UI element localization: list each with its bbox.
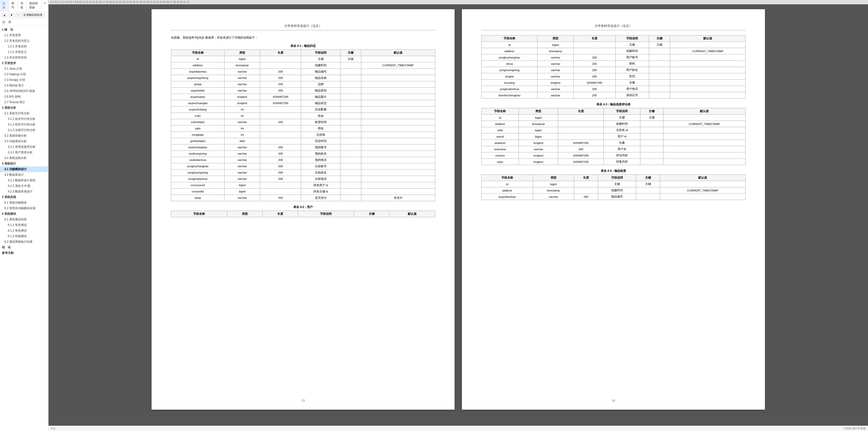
toc-item[interactable]: 1.2 开发目的与意义 [0, 38, 48, 44]
smart-toc-button[interactable]: ⊟ 智能识别目录 [21, 12, 44, 18]
toc-item[interactable]: 2 开发技术 [0, 60, 48, 66]
table4-caption: 表名 4-4：物品租赁 [481, 169, 746, 173]
toc-item[interactable]: 5 系统实现 [0, 194, 48, 200]
table-row: idbigint主键主键 [482, 181, 746, 188]
status-info: CSDN @178-长袍 [844, 427, 866, 430]
ruler: 5 4 3 2 1 1 2 3 4 5 6 7 8 9 10 11 12 13 … [49, 0, 868, 4]
toc-item[interactable]: 2.6 B/S 架构 [0, 94, 48, 99]
toc-item[interactable]: 3.1.2 经济可行性分析 [0, 122, 48, 127]
tab-bookmark[interactable]: 书签 [18, 0, 27, 11]
toc-item[interactable]: 3.3.2 用户需求分析 [0, 150, 48, 155]
toc-item[interactable]: 6 系统测试 [0, 211, 48, 217]
toc-item[interactable]: 结 论 [0, 245, 48, 250]
table-row: zujinint租金 [171, 113, 435, 119]
table-row: wupinbianhaovarchar200物品编号 [171, 68, 435, 75]
body-text-left: 化搭建。系统选用 MySQL 数据库，对各表进行了详细的说明如下： [171, 35, 435, 40]
toc-item[interactable]: 3.3 功能需求分析 [0, 139, 48, 144]
page-right-footer: 14 [462, 399, 765, 402]
table-row: yonghuzhanghaovarchar200用户账号 [482, 54, 746, 61]
table-row: touxianglongtext4294967295头像 [482, 80, 746, 86]
table-row: avatarurllongtext4294967295头像 [482, 140, 746, 146]
toc-item[interactable]: 4.2.3 数据库表设计 [0, 189, 48, 194]
table-row: guihaishijiandate归还时间 [171, 138, 435, 144]
table-row: wodezhanghaovarchar200我的账号 [171, 144, 435, 150]
toc-item[interactable]: 6.1 系统测试内容 [0, 217, 48, 222]
toc-item[interactable]: 1.2.1 开发目的 [0, 44, 48, 49]
table-row: useridbigint用户 id [482, 134, 746, 140]
table-row: crossuseridbigint跨表用户 id [171, 182, 435, 188]
table-row: wupinbianhaovarchar200物品编号 [482, 194, 746, 200]
table-row: idbigint主键主键 [171, 56, 435, 62]
toc-item[interactable]: 3.4 系统流程分析 [0, 155, 48, 161]
toc-item[interactable]: 2.4 MySql 简介 [0, 83, 48, 88]
table-user-header: 字段名称 类型 长度 字段说明 主键 默认值 [171, 211, 435, 217]
toc-item[interactable]: 1.1 开发背景 [0, 32, 48, 38]
table-user-body: 字段名称 类型 长度 字段说明 主键 默认值 idbigint主键主键addti… [481, 35, 746, 98]
page-left-footer: 13 [152, 399, 455, 402]
page-left-header: 大学本科毕业设计（论文） [171, 24, 435, 30]
toc-item[interactable]: 3.1.3 法律可行性分析 [0, 127, 48, 133]
toc-item[interactable]: 4.2.2 系统 E-R 图 [0, 183, 48, 189]
toc-item[interactable]: 4.2 数据库设计 [0, 172, 48, 178]
toc-item[interactable]: 3.1 系统可行性分析 [0, 111, 48, 116]
table-row: contentlongtext4294967295评论内容 [482, 152, 746, 159]
sidebar-tabs: 目录 章节 书签 查找和替换 × [0, 0, 48, 11]
table-row: addtimetimestamp创建时间CURRENT_TIMESTAMP [482, 121, 746, 127]
toc-item[interactable]: 3.2 系统性能分析 [0, 133, 48, 139]
table3-caption: 表名 4-3：物品信息评论表 [481, 103, 746, 107]
tab-close[interactable]: × [41, 0, 48, 11]
toc-item[interactable]: 2.3 Scrapy 介绍 [0, 77, 48, 83]
toc-item[interactable]: 3 系统分析 [0, 105, 48, 111]
table2-caption: 表名 4-2：用户 [171, 205, 435, 209]
table-row: yonghuxingmingvarchar200用户姓名 [482, 67, 746, 73]
toc-item[interactable]: 4.2.1 数据库设计原则 [0, 178, 48, 183]
table-row: xingbievarchar200性别 [482, 73, 746, 80]
sidebar: 目录 章节 书签 查找和替换 × ▲ ▼ − ⊟ 智能识别目录 目 录 1 绪 … [0, 0, 49, 431]
table-row: zulinshijianvarchar200租赁时间 [171, 119, 435, 125]
toc-item[interactable]: 3.3.1 管理员需求分析 [0, 144, 48, 150]
toc-item[interactable]: 6.1.1 登录测试 [0, 222, 48, 228]
toc-item[interactable]: 2.5 SPRINGBOOT 框架 [0, 88, 48, 94]
toc-item[interactable]: 4 系统设计 [0, 161, 48, 167]
toc-item[interactable]: 1 绪 论 [0, 27, 48, 32]
table-row: yonghudianhuavarchar200出租电话 [171, 176, 435, 182]
toc-down-button[interactable]: ▼ [8, 13, 14, 17]
toc-item[interactable]: 4.1 功能模块设计 [0, 167, 48, 172]
toc-item[interactable]: 3.1.1 技术可行性分析 [0, 116, 48, 122]
table-row: idbigint主键主键 [482, 42, 746, 48]
table-row: nicknamevarchar200用户名 [482, 146, 746, 152]
tab-chapter[interactable]: 章节 [9, 0, 18, 11]
toc-item[interactable]: 2.7 Tomcat 简介 [0, 99, 48, 105]
toc-item[interactable]: 参考文献 [0, 250, 48, 256]
table-row: wupinleibievarchar200物品类别 [171, 87, 435, 94]
table-row: refidbigint关联表 id [482, 127, 746, 134]
table-row: addtimetimestamp创建时间CURRENT_TIMESTAMP [482, 48, 746, 54]
toc-item[interactable]: 5.2 管理员功能模块实现 [0, 205, 48, 211]
page-right-header: 大学本科毕业设计（论文） [481, 24, 746, 30]
tab-find-replace[interactable]: 查找和替换 [27, 0, 41, 11]
toc-collapse-button[interactable]: − [16, 13, 20, 17]
table-row: wupinmingchengvarchar200物品名称 [171, 75, 435, 81]
table-row: yonghudianhuavarchar200用户电话 [482, 86, 746, 92]
toc-item[interactable]: 6.1.3 性能测试 [0, 233, 48, 239]
toc-label: 目 录 [0, 19, 48, 26]
toc-item[interactable]: 2.2 Hadoop 介绍 [0, 71, 48, 77]
status-bar: 4 iC CSDN @178-长袍 [49, 426, 868, 431]
table-row: crossrefidbigint跨表主键 id [171, 188, 435, 195]
table-wupin-guihuan: 字段名称类型长度字段说明主键默认值idbigint主键主键addtimetime… [171, 50, 435, 201]
toc-item[interactable]: 5.1 系统功能模块 [0, 200, 48, 205]
toc-item[interactable]: 6.2 测试用例执行结果 [0, 239, 48, 245]
table-row: addtimetimestamp创建时间CURRENT_TIMESTAMP [171, 62, 435, 68]
toc-up-button[interactable]: ▲ [1, 13, 7, 17]
pages-container[interactable]: 大学本科毕业设计（论文） 化搭建。系统选用 MySQL 数据库，对各表进行了详细… [49, 4, 868, 426]
table-row: yonghuxingmingvarchar200出租姓名 [171, 169, 435, 176]
table-row: shenfenzhenghaovarchar200身份证号 [482, 92, 746, 98]
page-left: 大学本科毕业设计（论文） 化搭建。系统选用 MySQL 数据库，对各表进行了详细… [152, 9, 455, 410]
tab-toc[interactable]: 目录 [0, 0, 9, 11]
table-row: addtimetimestamp创建时间CURRENT_TIMESTAMP [482, 188, 746, 194]
toc-item[interactable]: 1.2.2 开发意义 [0, 49, 48, 55]
toc-item[interactable]: 6.1.2 角色测试 [0, 228, 48, 233]
toc-item[interactable]: 1.3 本文研究内容 [0, 55, 48, 60]
table1-caption: 表名 4-1：物品归还 [171, 44, 435, 48]
toc-item[interactable]: 2.1 Java 介绍 [0, 66, 48, 71]
